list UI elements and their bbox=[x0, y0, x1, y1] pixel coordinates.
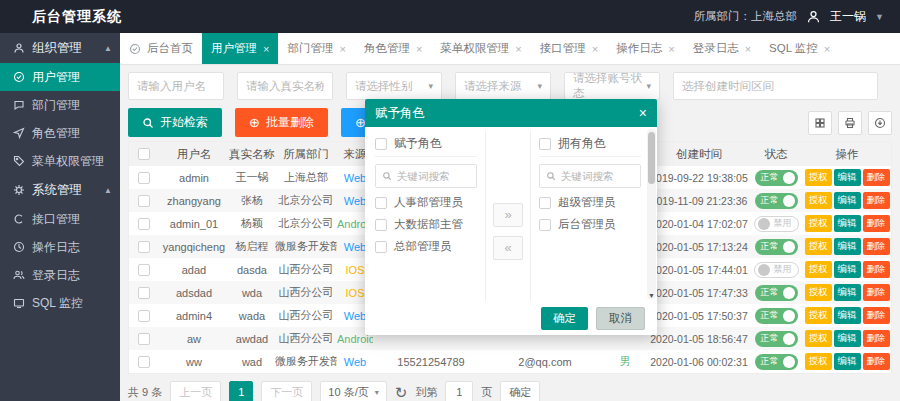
role-option[interactable]: 总部管理员 bbox=[375, 239, 477, 254]
status-toggle[interactable]: 正常 bbox=[755, 193, 798, 209]
refresh-icon[interactable]: ↻ bbox=[395, 385, 408, 400]
sidebar-item-menu-permission-management[interactable]: 菜单权限管理 bbox=[0, 147, 120, 175]
role-checkbox[interactable] bbox=[539, 219, 551, 231]
keyword-search-input[interactable] bbox=[397, 170, 470, 182]
status-toggle[interactable]: 正常 bbox=[755, 170, 798, 186]
close-icon[interactable]: × bbox=[824, 43, 830, 55]
assignable-roles-search[interactable] bbox=[375, 164, 477, 188]
edit-button[interactable]: 编辑 bbox=[834, 353, 861, 370]
scrollbar-thumb[interactable] bbox=[648, 132, 655, 184]
tab-department-management[interactable]: 部门管理× bbox=[278, 33, 354, 64]
confirm-button[interactable]: 确定 bbox=[541, 307, 588, 330]
tab-menu-permission-management[interactable]: 菜单权限管理× bbox=[431, 33, 530, 64]
sidebar-group-system[interactable]: 系统管理 ▲ bbox=[0, 175, 120, 205]
close-icon[interactable]: × bbox=[515, 43, 521, 55]
created-range-filter-input[interactable] bbox=[673, 72, 878, 100]
gender-filter-select[interactable]: 请选择性别 ▾ bbox=[346, 72, 442, 100]
row-checkbox[interactable] bbox=[138, 241, 150, 253]
row-checkbox[interactable] bbox=[138, 218, 150, 230]
tab-api-management[interactable]: 接口管理× bbox=[531, 33, 607, 64]
keyword-search-input[interactable] bbox=[561, 170, 634, 182]
status-toggle[interactable]: 正常 bbox=[755, 308, 798, 324]
close-icon[interactable]: × bbox=[263, 43, 269, 55]
status-toggle[interactable]: 正常 bbox=[755, 285, 798, 301]
row-checkbox[interactable] bbox=[138, 195, 150, 207]
sidebar-group-organization[interactable]: 组织管理 ▲ bbox=[0, 33, 120, 63]
sidebar-item-department-management[interactable]: 部门管理 bbox=[0, 91, 120, 119]
tab-home[interactable]: 后台首页 bbox=[120, 33, 202, 64]
username[interactable]: 王一锅 bbox=[830, 8, 866, 25]
close-icon[interactable]: × bbox=[639, 106, 647, 120]
authorize-button[interactable]: 授权 bbox=[805, 169, 832, 186]
delete-button[interactable]: 删除 bbox=[863, 215, 890, 232]
close-icon[interactable]: × bbox=[416, 43, 422, 55]
delete-button[interactable]: 删除 bbox=[863, 238, 890, 255]
edit-button[interactable]: 编辑 bbox=[834, 284, 861, 301]
edit-button[interactable]: 编辑 bbox=[834, 307, 861, 324]
page-size-select[interactable]: 10 条/页 ▾ bbox=[320, 381, 386, 401]
status-toggle[interactable]: 正常 bbox=[755, 331, 798, 347]
edit-button[interactable]: 编辑 bbox=[834, 261, 861, 278]
owned-roles-search[interactable] bbox=[539, 164, 641, 188]
sidebar-item-sql-monitor[interactable]: SQL 监控 bbox=[0, 289, 120, 317]
edit-button[interactable]: 编辑 bbox=[834, 238, 861, 255]
role-option[interactable]: 超级管理员 bbox=[539, 195, 641, 210]
sidebar-item-user-management[interactable]: 用户管理 bbox=[0, 63, 120, 91]
authorize-button[interactable]: 授权 bbox=[805, 330, 832, 347]
tab-role-management[interactable]: 角色管理× bbox=[355, 33, 431, 64]
realname-filter-input[interactable] bbox=[237, 72, 333, 100]
close-icon[interactable]: × bbox=[592, 43, 598, 55]
delete-button[interactable]: 删除 bbox=[863, 261, 890, 278]
select-all-assignable-checkbox[interactable] bbox=[375, 138, 387, 150]
delete-button[interactable]: 删除 bbox=[863, 307, 890, 324]
batch-delete-button[interactable]: ⊕ 批量删除 bbox=[235, 108, 328, 137]
status-toggle[interactable]: 正常 bbox=[755, 354, 798, 370]
delete-button[interactable]: 删除 bbox=[863, 169, 890, 186]
authorize-button[interactable]: 授权 bbox=[805, 353, 832, 370]
source-filter-select[interactable]: 请选择来源 ▾ bbox=[455, 72, 551, 100]
prev-page-button[interactable]: 上一页 bbox=[170, 381, 221, 401]
export-button[interactable] bbox=[868, 111, 892, 135]
edit-button[interactable]: 编辑 bbox=[834, 169, 861, 186]
tab-login-log[interactable]: 登录日志× bbox=[684, 33, 760, 64]
sidebar-item-role-management[interactable]: 角色管理 bbox=[0, 119, 120, 147]
role-checkbox[interactable] bbox=[375, 219, 387, 231]
row-checkbox[interactable] bbox=[138, 356, 150, 368]
next-page-button[interactable]: 下一页 bbox=[261, 381, 312, 401]
goto-confirm-button[interactable]: 确定 bbox=[500, 381, 540, 401]
delete-button[interactable]: 删除 bbox=[863, 330, 890, 347]
move-right-button[interactable]: » bbox=[493, 203, 523, 227]
select-all-checkbox[interactable] bbox=[138, 148, 150, 160]
authorize-button[interactable]: 授权 bbox=[805, 215, 832, 232]
search-button[interactable]: 开始检索 bbox=[128, 108, 222, 137]
authorize-button[interactable]: 授权 bbox=[805, 238, 832, 255]
sidebar-item-api-management[interactable]: 接口管理 bbox=[0, 205, 120, 233]
user-menu-caret-icon[interactable]: ▼ bbox=[875, 12, 884, 22]
authorize-button[interactable]: 授权 bbox=[805, 261, 832, 278]
row-checkbox[interactable] bbox=[138, 310, 150, 322]
tab-user-management[interactable]: 用户管理× bbox=[202, 33, 278, 64]
status-toggle[interactable]: 禁用 bbox=[754, 216, 799, 232]
modal-scrollbar[interactable]: ▼ bbox=[647, 129, 656, 299]
sidebar-item-login-log[interactable]: 登录日志 bbox=[0, 261, 120, 289]
current-page-button[interactable]: 1 bbox=[229, 381, 253, 401]
tab-sql-monitor[interactable]: SQL 监控× bbox=[760, 33, 839, 64]
authorize-button[interactable]: 授权 bbox=[805, 284, 832, 301]
role-checkbox[interactable] bbox=[375, 241, 387, 253]
close-icon[interactable]: × bbox=[745, 43, 751, 55]
status-toggle[interactable]: 正常 bbox=[755, 239, 798, 255]
row-checkbox[interactable] bbox=[138, 287, 150, 299]
select-all-owned-checkbox[interactable] bbox=[539, 138, 551, 150]
columns-filter-button[interactable] bbox=[808, 111, 832, 135]
edit-button[interactable]: 编辑 bbox=[834, 330, 861, 347]
role-checkbox[interactable] bbox=[375, 197, 387, 209]
row-checkbox[interactable] bbox=[138, 264, 150, 276]
edit-button[interactable]: 编辑 bbox=[834, 215, 861, 232]
role-option[interactable]: 人事部管理员 bbox=[375, 195, 477, 210]
goto-page-input[interactable] bbox=[445, 381, 473, 401]
sidebar-item-operation-log[interactable]: 操作日志 bbox=[0, 233, 120, 261]
tab-operation-log[interactable]: 操作日志× bbox=[607, 33, 683, 64]
edit-button[interactable]: 编辑 bbox=[834, 192, 861, 209]
account-status-filter-select[interactable]: 请选择账号状态 ▾ bbox=[564, 72, 660, 100]
delete-button[interactable]: 删除 bbox=[863, 284, 890, 301]
